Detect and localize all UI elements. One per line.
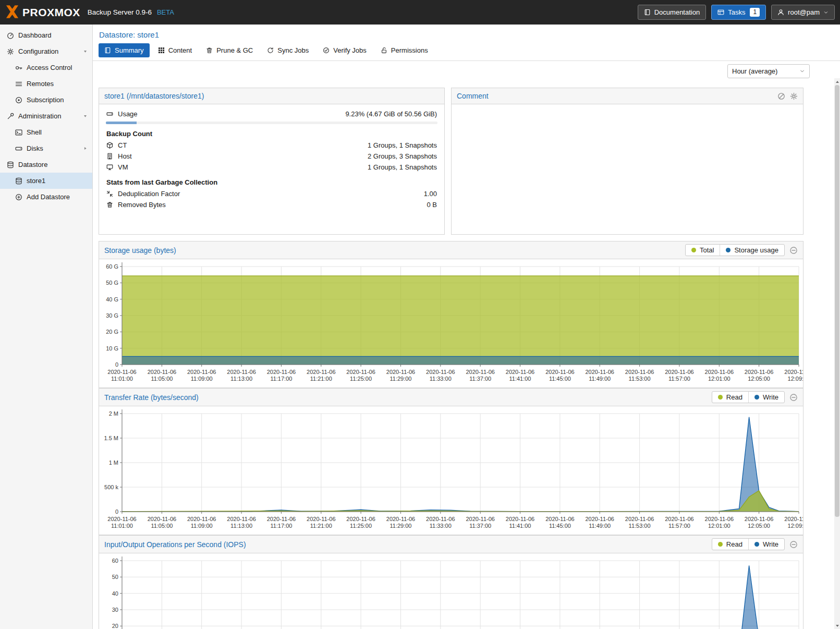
legend-read[interactable]: Read <box>712 392 748 403</box>
legend-dot <box>726 248 731 252</box>
tab-permissions[interactable]: Permissions <box>375 43 434 57</box>
sidebar-item-label: Datastore <box>18 161 47 168</box>
svg-text:2020-11-06: 2020-11-06 <box>545 516 574 522</box>
comment-body[interactable] <box>452 104 803 234</box>
tab-content[interactable]: Content <box>152 43 198 57</box>
sidebar-item-label: store1 <box>27 177 45 185</box>
timeframe-select[interactable]: Hour (average) <box>727 64 810 78</box>
collapse-icon[interactable] <box>789 540 798 549</box>
collapse-icon[interactable] <box>789 246 798 255</box>
svg-text:11:29:00: 11:29:00 <box>389 376 411 382</box>
summary-stat-row: Usage9.23% (4.67 GiB of 50.56 GiB) <box>106 108 437 119</box>
legend-label: Read <box>726 540 742 548</box>
stat-label: Removed Bytes <box>118 201 166 209</box>
tab-verify-jobs[interactable]: Verify Jobs <box>317 43 372 57</box>
stat-value: 1 Groups, 1 Snapshots <box>368 141 437 149</box>
svg-text:2020-11-06: 2020-11-06 <box>665 516 693 522</box>
vertical-scrollbar[interactable] <box>834 78 840 629</box>
svg-text:10 G: 10 G <box>106 345 118 352</box>
sidebar-item-remotes[interactable]: Remotes <box>0 76 92 92</box>
book-icon <box>644 9 651 16</box>
sidebar: DashboardConfigurationAccess ControlRemo… <box>0 25 93 629</box>
legend-read[interactable]: Read <box>712 539 748 550</box>
sidebar-item-administration[interactable]: Administration <box>0 108 92 124</box>
svg-text:2020-11-06: 2020-11-06 <box>506 369 534 375</box>
legend-dot <box>718 395 723 400</box>
tasks-button[interactable]: Tasks 1 <box>711 5 766 20</box>
scroll-down-arrow[interactable] <box>834 622 840 629</box>
chevron-down-icon[interactable] <box>83 47 88 55</box>
legend-write[interactable]: Write <box>748 392 784 403</box>
svg-text:0: 0 <box>115 509 118 515</box>
svg-text:11:25:00: 11:25:00 <box>350 376 372 382</box>
legend-write[interactable]: Write <box>748 539 784 550</box>
sidebar-item-dashboard[interactable]: Dashboard <box>0 27 92 43</box>
tasks-count-badge: 1 <box>750 8 760 17</box>
svg-text:11:41:00: 11:41:00 <box>509 523 531 529</box>
svg-text:2020-11-06: 2020-11-06 <box>545 369 574 375</box>
legend-label: Write <box>763 393 778 401</box>
badge-icon <box>15 96 22 104</box>
svg-text:11:29:00: 11:29:00 <box>389 523 411 529</box>
chart-panel-header: Storage usage (bytes) TotalStorage usage <box>99 241 803 259</box>
legend-total[interactable]: Total <box>686 245 720 256</box>
tab-sync-jobs[interactable]: Sync Jobs <box>261 43 314 57</box>
svg-text:1 M: 1 M <box>109 459 118 466</box>
user-menu-button[interactable]: root@pam <box>771 5 835 20</box>
sidebar-item-disks[interactable]: Disks <box>0 140 92 156</box>
timeframe-value: Hour (average) <box>732 67 799 75</box>
svg-text:2020-11-06: 2020-11-06 <box>466 369 494 375</box>
svg-text:2020-11-06: 2020-11-06 <box>107 516 136 522</box>
datastore-summary-panel: store1 (/mnt/datastores/store1) Usage9.2… <box>99 88 445 235</box>
gear-icon[interactable] <box>790 92 798 100</box>
summary-stat-row: VM1 Groups, 1 Snapshots <box>106 162 437 173</box>
vm-icon <box>106 164 113 171</box>
svg-text:2020-11-06: 2020-11-06 <box>466 516 494 522</box>
svg-text:2020-11-06: 2020-11-06 <box>625 516 654 522</box>
section-heading: Stats from last Garbage Collection <box>106 178 437 186</box>
slash-circle-icon[interactable] <box>777 92 785 100</box>
sidebar-item-datastore[interactable]: Datastore <box>0 156 92 173</box>
svg-text:11:49:00: 11:49:00 <box>589 376 611 382</box>
verify-jobs-icon <box>323 47 330 54</box>
svg-text:12:01:00: 12:01:00 <box>708 523 731 529</box>
legend-label: Read <box>726 393 742 401</box>
svg-text:2020-11-06: 2020-11-06 <box>187 369 216 375</box>
svg-text:2020-11-06: 2020-11-06 <box>386 369 415 375</box>
legend-label: Write <box>763 540 778 548</box>
svg-text:11:13:00: 11:13:00 <box>230 376 252 382</box>
stat-value: 2 Groups, 3 Snapshots <box>368 152 437 160</box>
svg-text:2020-11-06: 2020-11-06 <box>307 369 335 375</box>
svg-text:0: 0 <box>115 361 118 368</box>
legend-storage-usage[interactable]: Storage usage <box>720 245 784 256</box>
datastore-summary-body: Usage9.23% (4.67 GiB of 50.56 GiB)Backup… <box>99 104 444 234</box>
sidebar-item-access-control[interactable]: Access Control <box>0 59 92 76</box>
tab-bar: SummaryContentPrune & GCSync JobsVerify … <box>93 39 840 61</box>
sidebar-item-shell[interactable]: Shell <box>0 124 92 140</box>
sidebar-item-store1[interactable]: store1 <box>0 173 92 189</box>
summary-stat-row: CT1 Groups, 1 Snapshots <box>106 140 437 151</box>
panel-title: store1 (/mnt/datastores/store1) <box>104 92 204 100</box>
tab-prune-gc[interactable]: Prune & GC <box>200 43 259 57</box>
scrollbar-thumb[interactable] <box>835 85 839 517</box>
beta-link[interactable]: BETA <box>157 8 174 16</box>
chevron-down-icon[interactable] <box>83 112 88 120</box>
chevron-down-icon <box>799 68 805 74</box>
svg-text:11:17:00: 11:17:00 <box>270 376 292 382</box>
sidebar-item-configuration[interactable]: Configuration <box>0 43 92 59</box>
documentation-button[interactable]: Documentation <box>638 5 706 20</box>
sidebar-item-add-datastore[interactable]: Add Datastore <box>0 189 92 205</box>
svg-text:2020-11-06: 2020-11-06 <box>267 516 296 522</box>
sync-jobs-icon <box>267 47 274 54</box>
tab-summary[interactable]: Summary <box>99 43 150 57</box>
scroll-up-arrow[interactable] <box>834 78 840 85</box>
sidebar-item-subscription[interactable]: Subscription <box>0 92 92 108</box>
svg-text:11:57:00: 11:57:00 <box>668 523 690 529</box>
svg-text:30: 30 <box>112 607 118 613</box>
collapse-icon[interactable] <box>789 393 798 402</box>
plus-icon <box>15 193 22 201</box>
user-icon <box>777 9 784 16</box>
chevron-right-icon[interactable] <box>83 144 88 152</box>
svg-text:2020-11-06: 2020-11-06 <box>506 516 534 522</box>
stat-label: Deduplication Factor <box>118 190 180 198</box>
